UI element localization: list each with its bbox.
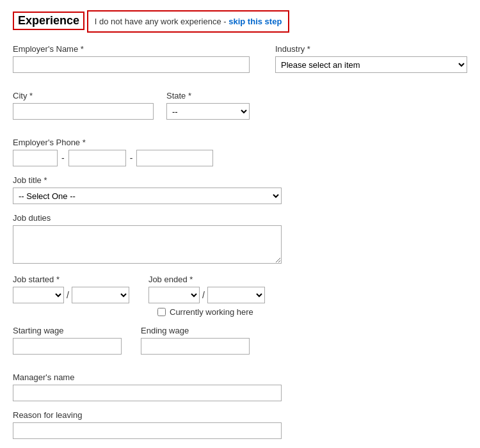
city-label: City * — [13, 91, 154, 100]
state-label: State * — [166, 91, 250, 100]
currently-working-label: Currently working here — [170, 307, 253, 317]
state-col: State * -- — [166, 91, 250, 120]
phone-label: Employer's Phone * — [13, 138, 467, 147]
currently-working-checkbox[interactable] — [157, 308, 166, 316]
skip-link[interactable]: skip this step — [228, 17, 282, 26]
industry-label: Industry * — [275, 44, 467, 54]
job-title-select[interactable]: -- Select One -- — [13, 188, 282, 204]
skip-banner: I do not have any work experience - skip… — [87, 10, 290, 33]
job-started-label: Job started * — [13, 275, 129, 284]
city-state-row: City * State * -- — [13, 91, 467, 129]
job-ended-selects: / — [148, 287, 265, 303]
phone-sep-1: - — [61, 153, 65, 163]
page-title: Experience — [13, 12, 84, 30]
job-duties-section: Job duties — [13, 213, 467, 266]
manager-label: Manager's name — [13, 372, 467, 382]
job-duties-textarea[interactable] — [13, 225, 282, 264]
job-duties-label: Job duties — [13, 213, 467, 223]
phone-middle-input[interactable] — [68, 150, 126, 166]
reason-input[interactable] — [13, 422, 282, 439]
employer-label: Employer's Name * — [13, 44, 250, 54]
industry-select[interactable]: Please select an item — [275, 56, 467, 73]
job-started-selects: / — [13, 287, 129, 303]
wage-row: Starting wage Ending wage — [13, 326, 467, 364]
job-started-sep: / — [67, 290, 69, 300]
state-select[interactable]: -- — [166, 103, 250, 120]
employer-industry-row: Employer's Name * Industry * Please sele… — [13, 44, 467, 82]
employer-col: Employer's Name * — [13, 44, 250, 73]
starting-wage-input[interactable] — [13, 338, 122, 355]
job-ended-month-select[interactable] — [148, 287, 200, 303]
job-ended-group: Job ended * / — [148, 275, 265, 303]
job-ended-label: Job ended * — [148, 275, 265, 284]
job-started-year-select[interactable] — [72, 287, 129, 303]
phone-last-input[interactable] — [136, 150, 213, 166]
industry-col: Industry * Please select an item — [275, 44, 467, 73]
currently-working-row: Currently working here — [157, 307, 467, 317]
manager-input[interactable] — [13, 385, 282, 401]
job-ended-year-select[interactable] — [207, 287, 265, 303]
reason-section: Reason for leaving — [13, 410, 467, 439]
city-col: City * — [13, 91, 154, 120]
skip-text: I do not have any work experience - — [95, 17, 229, 26]
job-dates-row: Job started * / Job ended * / — [13, 275, 467, 303]
job-title-label: Job title * — [13, 175, 467, 185]
employer-input[interactable] — [13, 56, 250, 73]
job-ended-sep: / — [202, 290, 205, 300]
job-started-month-select[interactable] — [13, 287, 64, 303]
phone-area-input[interactable] — [13, 150, 58, 166]
ending-wage-label: Ending wage — [141, 326, 250, 335]
job-started-group: Job started * / — [13, 275, 129, 303]
city-input[interactable] — [13, 103, 154, 120]
starting-wage-col: Starting wage — [13, 326, 122, 355]
ending-wage-input[interactable] — [141, 338, 250, 355]
manager-section: Manager's name — [13, 372, 467, 401]
job-title-section: Job title * -- Select One -- — [13, 175, 467, 204]
phone-sep-2: - — [130, 153, 133, 163]
ending-wage-col: Ending wage — [141, 326, 250, 355]
starting-wage-label: Starting wage — [13, 326, 122, 335]
reason-label: Reason for leaving — [13, 410, 467, 420]
phone-row: - - — [13, 150, 467, 166]
phone-section: Employer's Phone * - - — [13, 138, 467, 166]
